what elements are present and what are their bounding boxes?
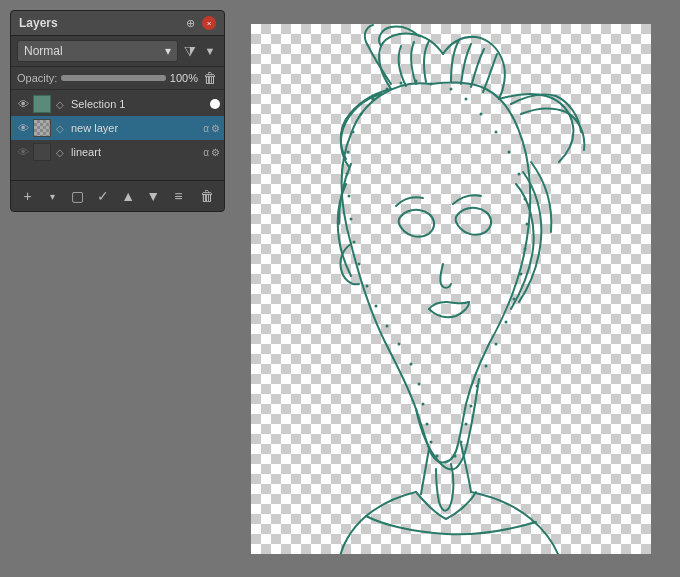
svg-point-0 <box>430 82 433 85</box>
canvas-area <box>232 10 670 567</box>
move-up-button[interactable]: ▲ <box>118 185 139 207</box>
svg-point-17 <box>410 362 413 365</box>
layer-item[interactable]: 👁 ◇ lineart α ⚙ <box>11 140 224 164</box>
layer-settings-badge[interactable]: ⚙ <box>211 123 220 134</box>
layer-name: Selection 1 <box>69 98 208 110</box>
svg-point-26 <box>465 422 468 425</box>
layer-thumbnail <box>33 143 51 161</box>
svg-point-18 <box>418 382 421 385</box>
layer-visibility-toggle[interactable]: 👁 <box>15 144 31 160</box>
layer-type-icon: ◇ <box>53 145 67 159</box>
blend-mode-select[interactable]: Normal ▾ <box>17 40 178 62</box>
svg-point-6 <box>352 130 355 133</box>
layers-panel-header: Layers ⊕ × <box>11 11 224 36</box>
opacity-slider[interactable] <box>61 75 166 81</box>
svg-point-15 <box>386 324 389 327</box>
opacity-value: 100% <box>170 72 198 84</box>
svg-point-8 <box>346 172 349 175</box>
svg-point-42 <box>450 87 453 90</box>
layers-panel-title: Layers <box>19 16 58 30</box>
svg-point-9 <box>348 194 351 197</box>
layer-alpha-badge: α <box>203 123 209 134</box>
header-icons: ⊕ × <box>182 15 216 31</box>
opacity-row: Opacity: 100% 🗑 <box>11 67 224 90</box>
svg-point-33 <box>520 272 523 275</box>
svg-point-3 <box>386 87 389 90</box>
layer-settings-badge[interactable]: ⚙ <box>211 147 220 158</box>
svg-point-28 <box>476 384 479 387</box>
svg-point-1 <box>415 79 418 82</box>
svg-point-12 <box>358 262 361 265</box>
svg-point-29 <box>485 364 488 367</box>
opacity-label: Opacity: <box>17 72 57 84</box>
mode-row: Normal ▾ ⧩ ▼ <box>11 36 224 67</box>
layer-type-icon: ◇ <box>53 97 67 111</box>
svg-point-37 <box>518 172 521 175</box>
delete-layer-button[interactable]: 🗑 <box>197 185 218 207</box>
svg-point-36 <box>524 197 527 200</box>
svg-point-5 <box>360 112 363 115</box>
layer-visibility-toggle[interactable]: 👁 <box>15 120 31 136</box>
svg-point-24 <box>454 454 457 457</box>
svg-point-10 <box>350 217 353 220</box>
filter-icon[interactable]: ⧩ <box>182 43 198 59</box>
canvas-wrapper <box>251 24 651 554</box>
svg-point-2 <box>400 81 403 84</box>
layer-item[interactable]: 👁 ◇ new layer α ⚙ <box>11 116 224 140</box>
layer-badges: α ⚙ <box>203 123 220 134</box>
svg-point-21 <box>430 440 433 443</box>
svg-point-35 <box>526 222 529 225</box>
layer-alpha-badge: α <box>203 147 209 158</box>
svg-point-19 <box>422 402 425 405</box>
svg-point-34 <box>524 247 527 250</box>
add-layer-button[interactable]: + <box>17 185 38 207</box>
svg-point-31 <box>505 320 508 323</box>
svg-point-30 <box>495 342 498 345</box>
svg-point-7 <box>347 150 350 153</box>
svg-point-20 <box>426 422 429 425</box>
canvas-svg <box>251 24 651 554</box>
svg-point-40 <box>480 112 483 115</box>
layer-name: lineart <box>69 146 201 158</box>
layer-badges: α ⚙ <box>203 147 220 158</box>
svg-point-13 <box>366 284 369 287</box>
group-layers-button[interactable]: ▢ <box>67 185 88 207</box>
svg-point-25 <box>460 440 463 443</box>
add-dropdown-button[interactable]: ▾ <box>42 185 63 207</box>
move-down-button[interactable]: ▼ <box>143 185 164 207</box>
svg-point-11 <box>353 240 356 243</box>
svg-point-23 <box>445 460 448 463</box>
layer-dot <box>210 99 220 109</box>
svg-point-27 <box>470 404 473 407</box>
svg-point-4 <box>372 97 375 100</box>
svg-point-22 <box>436 454 439 457</box>
svg-point-38 <box>508 150 511 153</box>
svg-point-14 <box>375 304 378 307</box>
layer-thumbnail <box>33 119 51 137</box>
merge-down-button[interactable]: ✓ <box>92 185 113 207</box>
svg-point-39 <box>495 130 498 133</box>
svg-point-16 <box>398 342 401 345</box>
svg-point-32 <box>513 297 516 300</box>
layer-item[interactable]: 👁 ◇ Selection 1 <box>11 92 224 116</box>
layers-panel: Layers ⊕ × Normal ▾ ⧩ ▼ Opacity: 100% 🗑 … <box>10 10 225 212</box>
close-button[interactable]: × <box>202 16 216 30</box>
layers-toolbar: + ▾ ▢ ✓ ▲ ▼ ≡ 🗑 <box>11 180 224 211</box>
layers-list: 👁 ◇ Selection 1 👁 ◇ new layer α ⚙ 👁 ◇ li… <box>11 90 224 180</box>
delete-opacity-icon[interactable]: 🗑 <box>202 70 218 86</box>
layer-visibility-toggle[interactable]: 👁 <box>15 96 31 112</box>
layer-name: new layer <box>69 122 201 134</box>
channel-icon[interactable]: ⊕ <box>182 15 198 31</box>
layer-type-icon: ◇ <box>53 121 67 135</box>
layer-thumbnail <box>33 95 51 113</box>
filter-options-icon[interactable]: ▼ <box>202 43 218 59</box>
svg-point-41 <box>465 97 468 100</box>
layer-menu-button[interactable]: ≡ <box>168 185 189 207</box>
